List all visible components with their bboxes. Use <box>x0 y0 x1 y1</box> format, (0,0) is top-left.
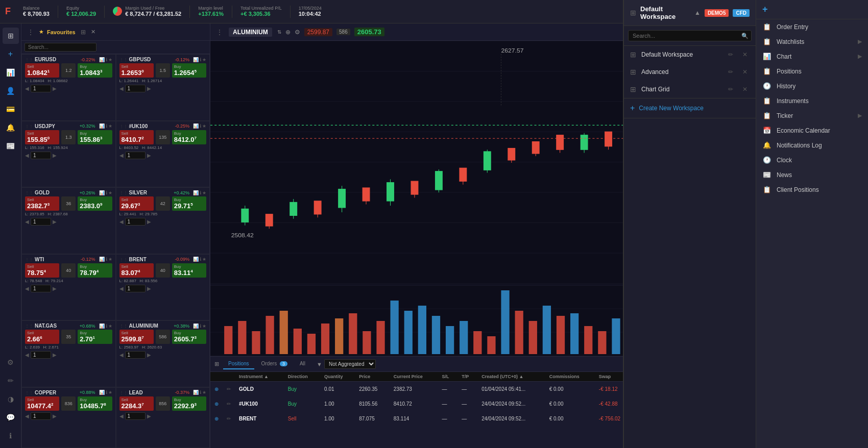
wl-info-icon[interactable]: ℹ <box>200 57 201 62</box>
wl-star-icon[interactable]: ★ <box>202 257 206 262</box>
wl-qty-up[interactable]: ▶ <box>53 352 57 358</box>
workspace-item-delete-default[interactable]: ✕ <box>740 50 750 59</box>
wl-qty-up[interactable]: ▶ <box>53 219 57 225</box>
wl-buy-block[interactable]: Buy 10485.78 <box>78 396 112 411</box>
wl-sell-block[interactable]: Sell 2.666 <box>25 330 59 344</box>
wl-star-icon[interactable]: ★ <box>202 123 206 129</box>
workspace-search-input[interactable] <box>628 30 752 41</box>
wl-qty-up[interactable]: ▶ <box>53 286 57 291</box>
chart-menu-icon[interactable]: ⋮ <box>214 28 225 37</box>
wl-qty-up[interactable]: ▶ <box>147 86 151 91</box>
add-widget-item-instruments[interactable]: 📋 Instruments <box>756 93 868 108</box>
wl-chart-icon[interactable]: 📊 <box>99 390 105 395</box>
wl-star-icon[interactable]: ★ <box>108 323 112 329</box>
wl-star-icon[interactable]: ★ <box>108 190 112 195</box>
sidebar-icon-bell[interactable]: 🔔 <box>3 119 19 136</box>
wl-qty-up[interactable]: ▶ <box>147 352 151 358</box>
col-header-current-price[interactable]: Current Price <box>390 372 438 382</box>
col-header-tp[interactable]: T/P <box>457 372 477 382</box>
wl-info-icon[interactable]: ℹ <box>200 390 201 395</box>
chart-settings-icon[interactable]: ⚙ <box>295 29 300 36</box>
watchlist-close-icon[interactable]: ✕ <box>91 29 95 35</box>
row-edit[interactable]: ✏ <box>223 382 235 396</box>
sidebar-icon-grid[interactable]: ⊞ <box>3 28 19 44</box>
add-widget-item-positions[interactable]: 📋 Positions <box>756 64 868 79</box>
wl-star-icon[interactable]: ★ <box>202 390 206 395</box>
wl-qty-down[interactable]: ◀ <box>25 352 29 358</box>
create-workspace-button[interactable]: + Create New Workspace <box>624 98 756 118</box>
wl-chart-icon[interactable]: 📊 <box>99 257 105 262</box>
wl-buy-block[interactable]: Buy 29.715 <box>172 196 206 211</box>
col-header-instrument[interactable]: Instrument ▲ <box>235 372 284 382</box>
bottom-filter-select[interactable]: Not Aggregated <box>324 359 376 369</box>
col-header-price[interactable]: Price <box>355 372 390 382</box>
wl-star-icon[interactable]: ★ <box>108 57 112 62</box>
wl-qty-input-EURUSD[interactable] <box>31 85 51 92</box>
wl-qty-input-#UK100[interactable] <box>125 152 146 159</box>
chart-add-icon[interactable]: ⊕ <box>285 29 291 36</box>
watchlist-layout-icon[interactable]: ⊞ <box>79 28 88 37</box>
wl-qty-input-GBPUSD[interactable] <box>125 85 146 92</box>
wl-chart-icon[interactable]: 📊 <box>99 57 105 62</box>
add-widget-item-ticker[interactable]: 📋 Ticker ▶ <box>756 108 868 123</box>
wl-qty-input-LEAD[interactable] <box>125 412 146 420</box>
sidebar-icon-info[interactable]: ℹ <box>3 428 19 444</box>
col-header-direction[interactable]: Direction <box>284 372 320 382</box>
wl-info-icon[interactable]: ℹ <box>200 323 201 329</box>
workspace-item-chartgrid[interactable]: ⊞ Chart Grid ✏ ✕ <box>624 81 756 98</box>
add-widget-item-clock[interactable]: 🕐 Clock <box>756 153 868 167</box>
row-edit[interactable]: ✏ <box>223 396 235 411</box>
wl-info-icon[interactable]: ℹ <box>200 190 201 195</box>
add-widget-item-history[interactable]: 🕐 History <box>756 79 868 93</box>
col-header-commissions[interactable]: Commissions <box>545 372 595 382</box>
wl-qty-input-COPPER[interactable] <box>31 412 51 420</box>
wl-info-icon[interactable]: ℹ <box>106 257 107 262</box>
col-header-sl[interactable]: S/L <box>438 372 457 382</box>
add-widget-item-watchlists[interactable]: 📋 Watchlists ▶ <box>756 34 868 49</box>
wl-qty-input-ALUMINIUM[interactable] <box>125 351 146 359</box>
add-widget-item-client-positions[interactable]: 📋 Client Positions <box>756 182 868 197</box>
wl-buy-block[interactable]: Buy 8412.07 <box>172 130 206 144</box>
wl-qty-down[interactable]: ◀ <box>119 86 124 91</box>
wl-chart-icon[interactable]: 📊 <box>193 323 199 329</box>
wl-qty-up[interactable]: ▶ <box>53 86 57 91</box>
sidebar-icon-theme[interactable]: ◑ <box>3 391 19 407</box>
wl-qty-up[interactable]: ▶ <box>147 219 151 225</box>
wl-chart-icon[interactable]: 📊 <box>99 323 105 329</box>
wl-sell-block[interactable]: Sell 2599.87 <box>119 330 154 344</box>
sidebar-icon-chat[interactable]: 💬 <box>3 409 19 426</box>
workspace-chevron-up[interactable]: ▲ <box>694 9 701 16</box>
add-widget-item-chart[interactable]: 📊 Chart ▶ <box>756 49 868 64</box>
wl-star-icon[interactable]: ★ <box>108 390 112 395</box>
wl-sell-block[interactable]: Sell 29.673 <box>119 196 154 211</box>
wl-qty-down[interactable]: ◀ <box>25 286 29 291</box>
wl-info-icon[interactable]: ℹ <box>106 123 107 129</box>
wl-chart-icon[interactable]: 📊 <box>99 190 105 195</box>
wl-qty-up[interactable]: ▶ <box>147 153 151 158</box>
tab-orders[interactable]: Orders 3 <box>256 359 293 369</box>
wl-sell-block[interactable]: Sell 155.850 <box>25 130 59 144</box>
wl-info-icon[interactable]: ℹ <box>200 123 201 129</box>
wl-chart-icon[interactable]: 📊 <box>193 257 199 262</box>
wl-buy-block[interactable]: Buy 2383.09 <box>78 196 112 211</box>
wl-qty-down[interactable]: ◀ <box>119 153 124 158</box>
sidebar-icon-settings[interactable]: ⚙ <box>3 354 19 370</box>
chart-symbol-arrows[interactable]: ⇅ <box>277 29 281 35</box>
add-widget-item-order-entry[interactable]: 📋 Order Entry <box>756 19 868 34</box>
wl-buy-block[interactable]: Buy 1.08433 <box>78 63 112 78</box>
wl-qty-down[interactable]: ◀ <box>25 413 29 419</box>
wl-star-icon[interactable]: ★ <box>202 323 206 329</box>
wl-qty-input-SILVER[interactable] <box>125 218 146 226</box>
wl-info-icon[interactable]: ℹ <box>200 257 201 262</box>
wl-chart-icon[interactable]: 📊 <box>193 123 199 129</box>
wl-star-icon[interactable]: ★ <box>108 123 112 129</box>
add-widget-item-economic-calendar[interactable]: 📅 Economic Calendar <box>756 123 868 138</box>
add-widget-item-notifications-log[interactable]: 🔔 Notifications Log <box>756 138 868 153</box>
col-header-quantity[interactable]: Quantity <box>320 372 355 382</box>
wl-qty-down[interactable]: ◀ <box>119 352 124 358</box>
wl-qty-input-BRENT[interactable] <box>125 285 146 292</box>
wl-qty-input-USDJPY[interactable] <box>31 152 51 159</box>
wl-sell-block[interactable]: Sell 10477.42 <box>25 396 59 411</box>
wl-qty-down[interactable]: ◀ <box>25 86 29 91</box>
wl-qty-input-NAT.GAS[interactable] <box>31 351 51 359</box>
